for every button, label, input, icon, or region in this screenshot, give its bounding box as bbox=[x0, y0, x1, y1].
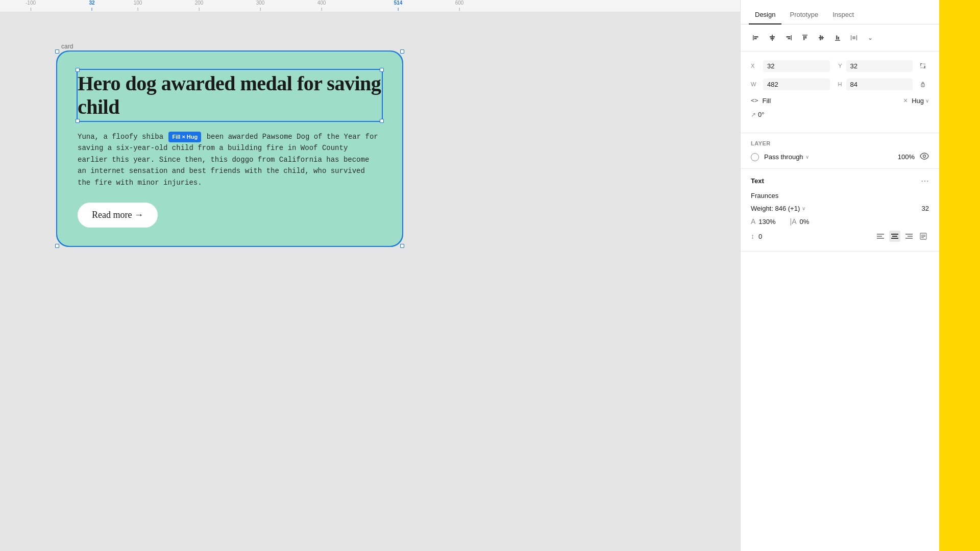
text-align-left-btn[interactable] bbox=[875, 231, 886, 242]
text-more-icon[interactable]: ⋯ bbox=[921, 176, 929, 186]
code-brackets-icon: <> bbox=[751, 97, 758, 104]
handle-bl[interactable] bbox=[55, 244, 59, 248]
canvas-content[interactable]: card Her bbox=[0, 12, 740, 551]
font-weight-chevron: ∨ bbox=[802, 206, 805, 211]
yellow-stripe bbox=[939, 0, 980, 551]
text-align-center-btn[interactable] bbox=[889, 231, 900, 242]
svg-rect-9 bbox=[802, 35, 807, 36]
ruler-tick: 100 bbox=[134, 0, 142, 11]
distribute-btn[interactable] bbox=[847, 31, 861, 45]
svg-rect-8 bbox=[788, 38, 791, 40]
fill-remove-icon[interactable]: × bbox=[903, 96, 908, 105]
text-align-icons bbox=[875, 231, 929, 242]
blend-mode-icon[interactable] bbox=[751, 153, 759, 161]
blend-dropdown[interactable]: Pass through ∨ bbox=[764, 153, 893, 161]
x-input[interactable]: 32 bbox=[763, 60, 830, 72]
right-panel: Design Prototype Inspect bbox=[740, 0, 939, 551]
w-input[interactable] bbox=[763, 79, 830, 90]
hug-chevron: ∨ bbox=[925, 98, 929, 104]
align-left-btn[interactable] bbox=[749, 31, 763, 45]
handle-tr[interactable] bbox=[400, 49, 404, 54]
align-middle-btn[interactable] bbox=[814, 31, 828, 45]
svg-rect-12 bbox=[819, 37, 824, 38]
svg-point-23 bbox=[923, 155, 926, 158]
blend-chevron: ∨ bbox=[805, 154, 809, 160]
svg-rect-16 bbox=[836, 36, 838, 40]
tab-prototype[interactable]: Prototype bbox=[783, 6, 824, 24]
fill-hug-badge: Fill × Hug bbox=[168, 132, 201, 143]
paragraph-spacing-icon: ↕ bbox=[751, 232, 754, 240]
align-tools: ⌄ bbox=[741, 24, 939, 52]
ruler-tick: -100 bbox=[26, 0, 36, 11]
text-frame-btn[interactable] bbox=[918, 231, 929, 242]
card-body: Yuna, a floofy shiba Fill × Hug been awa… bbox=[78, 131, 382, 188]
y-input[interactable] bbox=[846, 60, 913, 72]
more-align-btn[interactable]: ⌄ bbox=[863, 31, 877, 45]
text-section-title: Text bbox=[751, 177, 764, 185]
tab-design[interactable]: Design bbox=[749, 6, 781, 24]
tab-inspect[interactable]: Inspect bbox=[826, 6, 860, 24]
frame-label: card bbox=[61, 43, 73, 50]
w-label: W bbox=[751, 81, 759, 87]
metrics-row: A 130% |A 0% bbox=[751, 217, 929, 226]
font-weight-row: Weight: 846 (+1) ∨ 32 bbox=[751, 205, 929, 212]
letter-spacing-icon: |A bbox=[790, 217, 797, 226]
position-section: X 32 Y W H bbox=[741, 52, 939, 133]
font-weight-dropdown[interactable]: Weight: 846 (+1) ∨ bbox=[751, 205, 918, 212]
svg-rect-29 bbox=[891, 238, 898, 239]
align-center-v-btn[interactable] bbox=[765, 31, 779, 45]
svg-rect-10 bbox=[803, 36, 805, 40]
svg-rect-13 bbox=[820, 35, 821, 40]
text-section-header: Text ⋯ bbox=[751, 176, 929, 186]
svg-rect-36 bbox=[921, 237, 924, 238]
svg-rect-4 bbox=[770, 36, 775, 38]
paragraph-spacing-value: 0 bbox=[758, 233, 871, 240]
svg-rect-27 bbox=[891, 234, 898, 235]
svg-rect-32 bbox=[905, 238, 913, 239]
letter-spacing-value: 0% bbox=[800, 218, 810, 226]
svg-rect-1 bbox=[754, 36, 758, 38]
ruler-tick: 600 bbox=[455, 0, 464, 11]
angle-row: ↗ 0° bbox=[751, 111, 929, 118]
card-title: Hero dog awarded medal for saving child bbox=[78, 70, 382, 121]
svg-rect-26 bbox=[877, 238, 884, 239]
svg-rect-14 bbox=[822, 36, 823, 40]
svg-rect-31 bbox=[908, 236, 913, 237]
font-weight-label: Weight: 846 (+1) bbox=[751, 205, 800, 212]
layer-row: Pass through ∨ 100% bbox=[751, 153, 929, 161]
resize-icon[interactable] bbox=[917, 60, 929, 72]
svg-rect-35 bbox=[921, 236, 925, 237]
svg-rect-11 bbox=[805, 36, 807, 39]
title-selection: Hero dog awarded medal for saving child bbox=[78, 70, 382, 121]
read-more-button[interactable]: Read more → bbox=[78, 203, 158, 228]
font-size-value: 32 bbox=[922, 205, 929, 212]
svg-rect-18 bbox=[851, 35, 851, 40]
lock-ratio-icon[interactable] bbox=[917, 78, 929, 90]
font-name[interactable]: Fraunces bbox=[751, 192, 929, 199]
card[interactable]: Hero dog awarded medal for saving child … bbox=[56, 51, 403, 247]
canvas-area[interactable]: -100 32 100 200 300 400 514 600 bbox=[0, 0, 740, 551]
text-section: Text ⋯ Fraunces Weight: 846 (+1) ∨ 32 A … bbox=[741, 169, 939, 252]
align-right-btn[interactable] bbox=[781, 31, 796, 45]
h-label: H bbox=[834, 81, 842, 87]
text-align-right-btn[interactable] bbox=[903, 231, 915, 242]
wh-row: W H bbox=[751, 78, 929, 90]
opacity-value: 100% bbox=[898, 153, 915, 161]
x-label: X bbox=[751, 63, 759, 69]
visibility-icon[interactable] bbox=[920, 153, 929, 161]
handle-br[interactable] bbox=[400, 244, 404, 248]
h-input[interactable] bbox=[846, 79, 913, 90]
align-bottom-btn[interactable] bbox=[830, 31, 845, 45]
ruler-tick-active: 32 bbox=[89, 0, 94, 11]
hug-dropdown[interactable]: Hug ∨ bbox=[912, 97, 929, 105]
svg-rect-5 bbox=[771, 38, 774, 40]
handle-tl[interactable] bbox=[55, 49, 59, 54]
align-top-btn[interactable] bbox=[798, 31, 812, 45]
svg-rect-3 bbox=[772, 35, 773, 41]
svg-rect-19 bbox=[856, 35, 857, 40]
panel-tabs: Design Prototype Inspect bbox=[741, 0, 939, 24]
card-wrapper: Hero dog awarded medal for saving child … bbox=[56, 51, 403, 247]
svg-rect-24 bbox=[877, 234, 884, 235]
letter-spacing-item: |A 0% bbox=[790, 217, 810, 226]
line-height-icon: A bbox=[751, 217, 755, 226]
